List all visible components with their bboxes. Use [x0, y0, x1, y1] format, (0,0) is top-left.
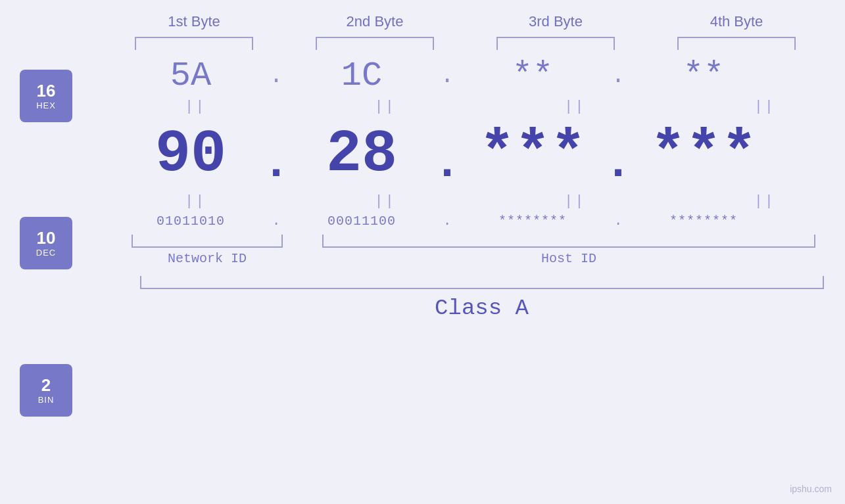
dec-b3: ***: [460, 121, 605, 188]
hex-b3: **: [460, 57, 605, 95]
big-bottom-bracket: [140, 276, 824, 289]
badges-column: 16 HEX 10 DEC 2 BIN: [20, 70, 79, 417]
dec-dot-1: .: [263, 118, 289, 190]
equals-row-2: || || || ||: [118, 190, 842, 213]
bin-row: 01011010 . 00011100 . ******** .: [118, 213, 842, 229]
equals-5: ||: [123, 193, 268, 210]
bin-b1: 01011010: [118, 214, 263, 229]
top-bracket-1: [135, 37, 253, 50]
hex-b2: 1C: [289, 57, 434, 95]
top-bracket-3: [496, 37, 615, 50]
equals-3: ||: [502, 99, 647, 115]
byte-headers-row: 1st Byte 2nd Byte 3rd Byte 4th Byte: [104, 13, 827, 30]
content-area: 16 HEX 10 DEC 2 BIN 5A .: [0, 57, 845, 417]
equals-2: ||: [313, 99, 458, 115]
dec-row: 90 . 28 . *** . ***: [118, 118, 842, 190]
main-container: 1st Byte 2nd Byte 3rd Byte 4th Byte 16 H…: [0, 0, 845, 504]
dec-badge: 10 DEC: [20, 217, 72, 269]
equals-7: ||: [502, 193, 647, 210]
equals-8: ||: [692, 193, 837, 210]
bracket-labels-row: Network ID Host ID: [118, 251, 842, 266]
hex-b4: **: [631, 57, 776, 95]
byte-header-3: 3rd Byte: [483, 13, 628, 30]
byte-header-2: 2nd Byte: [302, 13, 447, 30]
hex-dot-1: .: [263, 62, 289, 89]
bottom-brackets-row: [118, 235, 842, 248]
bin-badge: 2 BIN: [20, 364, 72, 417]
bin-b4: ********: [631, 214, 776, 229]
network-id-label: Network ID: [132, 251, 283, 266]
equals-4: ||: [692, 99, 837, 115]
dec-b2: 28: [289, 121, 434, 188]
bin-dot-3: .: [605, 213, 631, 229]
dec-badge-label: DEC: [36, 248, 56, 258]
hex-badge-label: HEX: [36, 101, 56, 110]
hex-dot-2: .: [434, 62, 460, 89]
hex-badge: 16 HEX: [20, 70, 72, 122]
bin-b3: ********: [460, 214, 605, 229]
dec-b1: 90: [118, 121, 263, 188]
bin-dot-1: .: [263, 213, 289, 229]
dec-dot-3: .: [605, 118, 631, 190]
byte-header-1: 1st Byte: [122, 13, 266, 30]
class-label: Class A: [118, 296, 845, 321]
hex-badge-number: 16: [37, 81, 56, 101]
top-bracket-4: [677, 37, 796, 50]
bin-dot-2: .: [434, 213, 460, 229]
top-brackets-row: [104, 37, 827, 50]
bin-b2: 00011100: [289, 214, 434, 229]
equals-row-1: || || || ||: [118, 95, 842, 118]
host-id-label: Host ID: [322, 251, 815, 266]
dec-b4: ***: [631, 121, 776, 188]
byte-header-4: 4th Byte: [664, 13, 809, 30]
dec-badge-number: 10: [37, 229, 56, 248]
equals-6: ||: [313, 193, 458, 210]
network-bracket: [132, 235, 283, 248]
equals-1: ||: [123, 99, 268, 115]
top-bracket-2: [316, 37, 434, 50]
bin-badge-label: BIN: [38, 395, 55, 405]
hex-b1: 5A: [118, 57, 263, 95]
host-bracket: [322, 235, 815, 248]
dec-dot-2: .: [434, 118, 460, 190]
watermark: ipshu.com: [790, 484, 832, 494]
hex-dot-3: .: [605, 62, 631, 89]
hex-row: 5A . 1C . ** . **: [118, 57, 842, 95]
bottom-brackets-section: Network ID Host ID: [118, 235, 842, 266]
bin-badge-number: 2: [41, 376, 51, 395]
values-section: 5A . 1C . ** . **: [118, 57, 845, 321]
